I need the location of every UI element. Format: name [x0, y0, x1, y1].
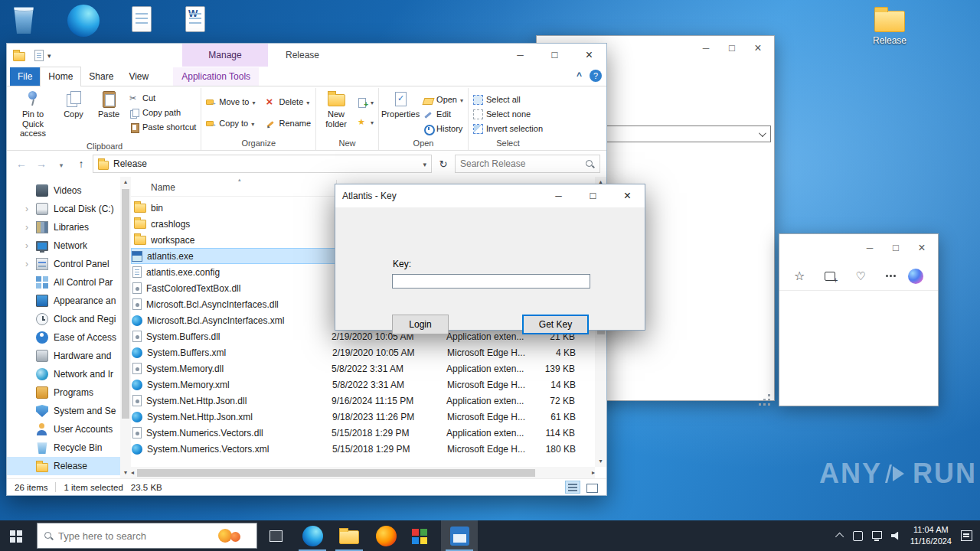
file-row[interactable]: System.Memory.dll 5/8/2022 3:31 AM Appli…	[131, 360, 595, 377]
sidebar-item-appearance-an[interactable]: Appearance an	[7, 292, 131, 310]
address-dropdown-icon[interactable]	[423, 158, 426, 169]
scrollbar-thumb[interactable]	[137, 469, 535, 477]
taskbar-firefox-button[interactable]	[368, 520, 404, 551]
task-view-button[interactable]	[257, 520, 294, 551]
maximize-button[interactable]	[883, 239, 909, 258]
scroll-down-icon[interactable]	[599, 456, 602, 467]
file-row[interactable]: System.Numerics.Vectors.dll 5/15/2018 1:…	[131, 425, 595, 441]
properties-button[interactable]: Properties	[381, 88, 420, 122]
dialog-minimize-button[interactable]	[541, 184, 576, 207]
file-row[interactable]: System.Buffers.xml 2/19/2020 10:05 AM Mi…	[131, 344, 595, 360]
file-row[interactable]: System.Memory.xml 5/8/2022 3:31 AM Micro…	[131, 377, 595, 393]
sidebar-item-hardware-and[interactable]: Hardware and	[7, 347, 131, 365]
sidebar-item-all-control-par[interactable]: All Control Par	[7, 273, 131, 292]
close-button[interactable]	[572, 44, 606, 67]
volume-icon[interactable]	[891, 532, 901, 540]
resize-grip[interactable]	[768, 394, 770, 396]
quick-access-toolbar-icon[interactable]	[34, 50, 44, 61]
new-folder-button[interactable]: New folder	[318, 88, 354, 131]
sidebar-item-recycle-bin[interactable]: Recycle Bin	[7, 439, 131, 457]
close-button[interactable]	[909, 239, 935, 258]
back-button[interactable]	[13, 158, 30, 170]
help-icon[interactable]: ?	[590, 70, 602, 82]
sidebar-scrollbar[interactable]	[120, 177, 131, 478]
qat-customize-icon[interactable]	[44, 50, 51, 60]
recycle-bin-shortcut[interactable]	[12, 5, 35, 34]
paste-button[interactable]: Paste	[92, 88, 126, 122]
edit-button[interactable]: Edit	[421, 107, 466, 121]
network-icon[interactable]	[872, 531, 882, 539]
details-view-button[interactable]	[565, 481, 580, 494]
copy-button[interactable]: Copy	[57, 88, 90, 122]
minimize-button[interactable]	[693, 39, 719, 58]
maximize-button[interactable]	[537, 44, 572, 67]
taskbar-search-input[interactable]	[58, 530, 212, 542]
delete-button[interactable]: Delete	[263, 95, 313, 109]
tab-share[interactable]: Share	[81, 67, 121, 86]
sidebar-item-libraries[interactable]: Libraries	[7, 218, 131, 236]
paste-shortcut-button[interactable]: Paste shortcut	[127, 120, 198, 134]
tray-app-icon[interactable]	[853, 531, 863, 541]
word-document-shortcut[interactable]	[185, 6, 205, 32]
explorer-search[interactable]	[455, 155, 600, 173]
maximize-button[interactable]	[719, 39, 745, 58]
copy-to-button[interactable]: Copy to	[204, 116, 257, 130]
taskbar-colored-app-button[interactable]	[404, 520, 441, 551]
sidebar-item-local-disk-c[interactable]: Local Disk (C:)	[7, 200, 131, 218]
taskbar-atlantis-button[interactable]	[441, 520, 478, 551]
scrollbar-thumb[interactable]	[122, 189, 129, 419]
sidebar-item-videos[interactable]: Videos	[7, 181, 131, 200]
document-shortcut[interactable]	[132, 6, 152, 32]
release-folder-shortcut[interactable]: Release	[864, 6, 916, 46]
cut-button[interactable]: Cut	[127, 91, 198, 105]
file-row[interactable]: System.Net.Http.Json.dll 9/16/2024 11:15…	[131, 393, 595, 409]
tab-file[interactable]: File	[10, 67, 40, 86]
explorer-search-input[interactable]	[460, 158, 585, 169]
settings-more-icon[interactable]	[886, 275, 888, 277]
get-key-button[interactable]: Get Key	[522, 315, 589, 334]
scroll-left-icon[interactable]	[131, 468, 134, 478]
chevron-right-icon[interactable]	[25, 240, 36, 251]
sidebar-item-release[interactable]: Release	[7, 457, 131, 475]
chevron-right-icon[interactable]	[25, 222, 36, 233]
key-input[interactable]	[392, 274, 590, 289]
recent-locations-icon[interactable]	[53, 158, 70, 170]
scroll-right-icon[interactable]	[592, 468, 595, 478]
search-highlights-icon[interactable]	[217, 526, 250, 546]
copilot-icon[interactable]	[908, 269, 923, 284]
move-to-button[interactable]: Move to	[204, 95, 257, 109]
horizontal-scrollbar[interactable]	[131, 467, 595, 478]
pin-to-quick-access-button[interactable]: Pin to Quick access	[11, 88, 55, 141]
close-button[interactable]	[745, 39, 771, 58]
column-header-name[interactable]: Name	[151, 182, 175, 193]
sidebar-item-network-and-ir[interactable]: Network and Ir	[7, 365, 131, 383]
open-button[interactable]: Open	[421, 93, 466, 106]
copy-path-button[interactable]: Copy path	[127, 106, 198, 119]
scroll-up-icon[interactable]	[124, 177, 127, 187]
dialog-maximize-button[interactable]	[576, 184, 610, 207]
select-all-button[interactable]: Select all	[471, 93, 545, 106]
file-row[interactable]: System.Numerics.Vectors.xml 5/15/2018 1:…	[131, 441, 595, 457]
invert-selection-button[interactable]: Invert selection	[471, 122, 545, 135]
address-bar[interactable]: Release	[93, 155, 432, 173]
login-button[interactable]: Login	[392, 315, 449, 334]
new-item-button[interactable]	[355, 95, 376, 109]
start-button[interactable]	[0, 520, 37, 551]
collections-icon[interactable]	[825, 272, 835, 281]
minimize-button[interactable]	[503, 44, 537, 67]
taskbar-explorer-button[interactable]	[331, 520, 368, 551]
sidebar-item-programs[interactable]: Programs	[7, 383, 131, 402]
up-button[interactable]	[73, 158, 90, 170]
sidebar-item-ease-of-access[interactable]: Ease of Access	[7, 328, 131, 347]
refresh-icon[interactable]	[435, 158, 452, 170]
minimize-button[interactable]	[857, 239, 883, 258]
taskbar-search[interactable]	[37, 523, 257, 549]
sidebar-item-clock-and-regi[interactable]: Clock and Regi	[7, 310, 131, 328]
taskbar-clock[interactable]: 11:04 AM 11/16/2024	[910, 524, 952, 547]
ribbon-collapse-icon[interactable]	[577, 70, 582, 81]
taskbar-edge-button[interactable]	[294, 520, 331, 551]
select-none-button[interactable]: Select none	[471, 107, 545, 121]
chevron-right-icon[interactable]	[25, 259, 36, 269]
dialog-close-button[interactable]	[610, 184, 645, 207]
forward-button[interactable]	[33, 158, 50, 170]
